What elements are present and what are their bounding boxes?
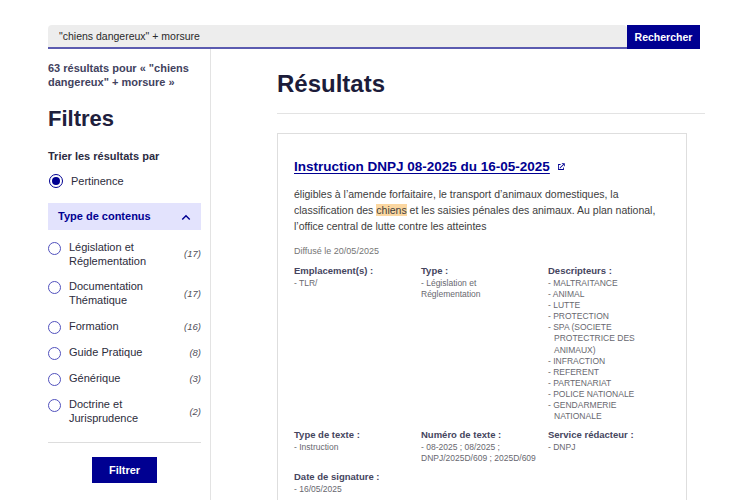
highlighted-term: chiens (376, 204, 406, 216)
meta-service: Service rédacteur : - DNPJ (548, 422, 670, 464)
meta-emplacement: Emplacement(s) : - TLR/ (294, 258, 421, 422)
chevron-up-icon (181, 207, 191, 225)
meta-numero: Numéro de texte : - 08-2025 ; 08/2025 ; … (421, 422, 548, 464)
radio-icon[interactable] (48, 321, 61, 334)
filter-label: Générique (69, 371, 186, 385)
result-snippet: éligibles à l’amende forfaitaire, le tra… (294, 187, 670, 234)
filter-button[interactable]: Filtrer (92, 457, 157, 483)
radio-icon[interactable] (48, 399, 61, 412)
meta-value: - Législation et Réglementation (421, 278, 538, 300)
filter-legislation[interactable]: Législation et Réglementation (17) (48, 234, 201, 274)
meta-label: Date de signature : (294, 471, 411, 482)
radio-selected-icon[interactable] (49, 174, 63, 188)
meta-value: - DNPJ (548, 442, 660, 453)
results-panel: Résultats Instruction DNPJ 08-2025 du 16… (277, 49, 705, 500)
filter-label: Documentation Thématique (69, 279, 181, 308)
filter-label: Formation (69, 319, 181, 333)
results-divider (277, 113, 705, 114)
search-button[interactable]: Rechercher (627, 25, 700, 49)
filter-documentation[interactable]: Documentation Thématique (17) (48, 273, 201, 313)
accordion-type-de-contenus[interactable]: Type de contenus (48, 203, 201, 230)
result-title-row: Instruction DNPJ 08-2025 du 16-05-2025 (294, 159, 670, 174)
filter-count: (2) (186, 406, 201, 417)
meta-type-texte: Type de texte : - Instruction (294, 422, 421, 464)
filter-label: Guide Pratique (69, 345, 186, 359)
filter-formation[interactable]: Formation (16) (48, 313, 201, 339)
result-title-link[interactable]: Instruction DNPJ 08-2025 du 16-05-2025 (294, 159, 550, 174)
filter-count: (17) (181, 248, 201, 259)
meta-descripteurs: Descripteurs : - MALTRAITANCE- ANIMAL- L… (548, 258, 670, 422)
search-bar: Rechercher (48, 25, 700, 49)
meta-value-list: - MALTRAITANCE- ANIMAL- LUTTE- PROTECTIO… (548, 278, 660, 422)
meta-value: - Instruction (294, 442, 411, 453)
content-type-list: Législation et Réglementation (17) Docum… (48, 234, 201, 431)
filters-title: Filtres (48, 106, 201, 132)
page-title: Résultats (277, 70, 705, 98)
radio-icon[interactable] (48, 347, 61, 360)
filters-sidebar: 63 résultats pour « "chiens dangereux" +… (48, 49, 211, 500)
meta-value: - 16/05/2025 (294, 484, 411, 495)
filter-count: (17) (181, 288, 201, 299)
meta-label: Type de texte : (294, 429, 411, 440)
sort-label: Trier les résultats par (48, 150, 201, 162)
search-input[interactable] (48, 25, 627, 49)
meta-value: - TLR/ (294, 278, 411, 289)
meta-label: Descripteurs : (548, 265, 660, 276)
accordion-label: Type de contenus (58, 210, 151, 222)
meta-label: Emplacement(s) : (294, 265, 411, 276)
filter-label: Législation et Réglementation (69, 240, 181, 269)
meta-value: - 08-2025 ; 08/2025 ; DNPJ/2025D/609 ; 2… (421, 442, 538, 464)
meta-type: Type : - Législation et Réglementation (421, 258, 548, 422)
meta-label: Numéro de texte : (421, 429, 538, 440)
metadata-grid: Emplacement(s) : - TLR/ Type : - Législa… (294, 258, 670, 495)
result-card: Instruction DNPJ 08-2025 du 16-05-2025 é… (277, 133, 687, 500)
filter-generique[interactable]: Générique (3) (48, 365, 201, 391)
filter-doctrine[interactable]: Doctrine et Jurisprudence (2) (48, 391, 201, 431)
meta-label: Type : (421, 265, 538, 276)
sort-option-pertinence[interactable]: Pertinence (48, 174, 201, 188)
published-date: Diffusé le 20/05/2025 (294, 246, 670, 256)
filter-label: Doctrine et Jurisprudence (69, 397, 186, 426)
external-link-icon (556, 162, 566, 172)
sort-option-label: Pertinence (71, 175, 124, 187)
filter-guide-pratique[interactable]: Guide Pratique (8) (48, 339, 201, 365)
radio-icon[interactable] (48, 373, 61, 386)
page-content: 63 résultats pour « "chiens dangereux" +… (0, 49, 750, 500)
filter-count: (16) (181, 321, 201, 332)
filter-count: (8) (186, 347, 201, 358)
filter-count: (3) (186, 373, 201, 384)
radio-icon[interactable] (48, 281, 61, 294)
results-count: 63 résultats pour « "chiens dangereux" +… (48, 61, 201, 90)
meta-date-signature: Date de signature : - 16/05/2025 (294, 464, 421, 495)
radio-icon[interactable] (48, 242, 61, 255)
sidebar-divider (48, 442, 201, 443)
meta-label: Service rédacteur : (548, 429, 660, 440)
